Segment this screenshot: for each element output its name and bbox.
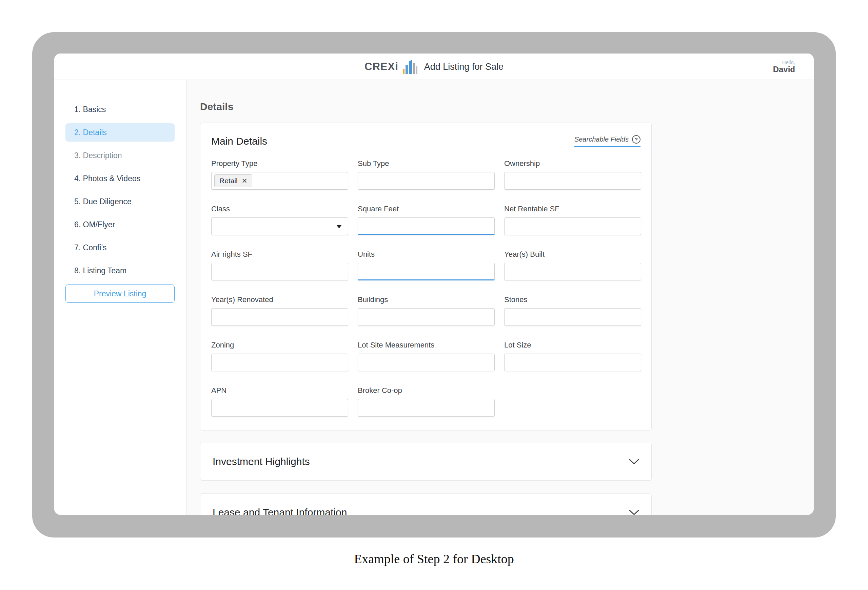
main-details-form: Property Type Retail ✕ Sub Type — [201, 150, 651, 430]
chevron-down-icon — [629, 459, 639, 465]
years-built-field: Year(s) Built — [504, 250, 641, 280]
sidebar-item-listing-team[interactable]: 8. Listing Team — [65, 262, 175, 280]
chevron-down-icon — [629, 510, 639, 515]
app-header: CREXi Add Listing for Sale Hello, David — [54, 53, 814, 80]
class-field: Class — [211, 205, 348, 235]
net-rentable-sf-field: Net Rentable SF — [504, 205, 641, 235]
sidebar-item-om-flyer[interactable]: 6. OM/Flyer — [65, 215, 175, 234]
years-built-label: Year(s) Built — [504, 250, 641, 259]
main-details-card: Main Details Searchable Fields ? Propert… — [200, 123, 652, 431]
ownership-input[interactable] — [504, 172, 641, 190]
units-label: Units — [358, 250, 495, 259]
property-type-field: Property Type Retail ✕ — [211, 159, 348, 190]
property-type-label: Property Type — [211, 159, 348, 168]
chip-label: Retail — [219, 177, 238, 185]
stories-input[interactable] — [504, 308, 641, 326]
searchable-fields-label: Searchable Fields — [574, 135, 629, 143]
main-details-title: Main Details — [211, 135, 267, 147]
zoning-input[interactable] — [211, 354, 348, 371]
stories-label: Stories — [504, 295, 641, 304]
sidebar-item-confis[interactable]: 7. Confi’s — [65, 238, 175, 257]
page-title: Details — [200, 101, 814, 112]
buildings-label: Buildings — [358, 295, 495, 304]
class-select[interactable] — [211, 218, 348, 235]
investment-highlights-section[interactable]: Investment Highlights — [200, 443, 652, 481]
lot-size-field: Lot Size — [504, 341, 641, 371]
buildings-field: Buildings — [358, 295, 495, 326]
net-rentable-sf-input[interactable] — [504, 218, 641, 235]
property-type-input[interactable]: Retail ✕ — [211, 172, 348, 190]
years-renovated-label: Year(s) Renovated — [211, 295, 348, 304]
broker-co-op-field: Broker Co-op — [358, 386, 495, 416]
class-label: Class — [211, 205, 348, 213]
main-details-card-header: Main Details Searchable Fields ? — [201, 123, 651, 150]
broker-co-op-label: Broker Co-op — [358, 386, 495, 395]
lot-site-measurements-label: Lot Site Measurements — [358, 341, 495, 350]
app-body: 1. Basics 2. Details 3. Description 4. P… — [54, 80, 814, 515]
square-feet-input[interactable] — [358, 218, 495, 235]
steps-sidebar: 1. Basics 2. Details 3. Description 4. P… — [54, 80, 186, 515]
square-feet-field: Square Feet — [358, 205, 495, 235]
property-type-chip: Retail ✕ — [214, 174, 252, 187]
stories-field: Stories — [504, 295, 641, 326]
sidebar-item-due-diligence[interactable]: 5. Due Diligence — [65, 193, 175, 211]
zoning-label: Zoning — [211, 341, 348, 350]
main-content: Details Main Details Searchable Fields ? — [186, 80, 814, 515]
preview-listing-button[interactable]: Preview Listing — [65, 284, 175, 303]
years-built-input[interactable] — [504, 263, 641, 280]
crexi-logo-text: CREXi — [365, 60, 399, 73]
app-window: CREXi Add Listing for Sale Hello, David — [54, 53, 814, 515]
sub-type-input[interactable] — [358, 172, 495, 190]
years-renovated-input[interactable] — [211, 308, 348, 326]
crexi-buildings-icon — [403, 58, 418, 74]
header-center: CREXi Add Listing for Sale — [54, 53, 814, 80]
apn-label: APN — [211, 386, 348, 395]
searchable-fields-link[interactable]: Searchable Fields ? — [574, 135, 641, 147]
help-icon[interactable]: ? — [632, 135, 641, 144]
sidebar-item-description[interactable]: 3. Description — [65, 146, 175, 165]
air-rights-sf-label: Air rights SF — [211, 250, 348, 259]
page-header-title: Add Listing for Sale — [424, 62, 503, 72]
lot-site-measurements-input[interactable] — [358, 354, 495, 371]
tablet-frame: CREXi Add Listing for Sale Hello, David — [32, 32, 836, 537]
units-field: Units — [358, 250, 495, 280]
buildings-input[interactable] — [358, 308, 495, 326]
user-greeting[interactable]: Hello, David — [773, 59, 795, 74]
greeting-hello: Hello, — [773, 59, 795, 65]
air-rights-sf-field: Air rights SF — [211, 250, 348, 280]
sidebar-item-photos-videos[interactable]: 4. Photos & Videos — [65, 169, 175, 188]
lot-size-input[interactable] — [504, 354, 641, 371]
zoning-field: Zoning — [211, 341, 348, 371]
sub-type-label: Sub Type — [358, 159, 495, 168]
apn-field: APN — [211, 386, 348, 416]
figure-caption: Example of Step 2 for Desktop — [0, 552, 868, 566]
greeting-username: David — [773, 65, 795, 74]
units-input[interactable] — [358, 263, 495, 280]
net-rentable-sf-label: Net Rentable SF — [504, 205, 641, 213]
square-feet-label: Square Feet — [358, 205, 495, 213]
sidebar-item-details[interactable]: 2. Details — [65, 123, 175, 141]
lot-size-label: Lot Size — [504, 341, 641, 350]
remove-chip-icon[interactable]: ✕ — [242, 178, 248, 184]
air-rights-sf-input[interactable] — [211, 263, 348, 280]
ownership-label: Ownership — [504, 159, 641, 168]
sub-type-field: Sub Type — [358, 159, 495, 190]
apn-input[interactable] — [211, 399, 348, 416]
lot-site-measurements-field: Lot Site Measurements — [358, 341, 495, 371]
lease-tenant-info-section[interactable]: Lease and Tenant Information — [200, 493, 652, 515]
page: CREXi Add Listing for Sale Hello, David — [0, 0, 868, 590]
lease-tenant-info-title: Lease and Tenant Information — [213, 507, 347, 515]
years-renovated-field: Year(s) Renovated — [211, 295, 348, 326]
broker-co-op-input[interactable] — [358, 399, 495, 416]
sidebar-item-basics[interactable]: 1. Basics — [65, 100, 175, 119]
investment-highlights-title: Investment Highlights — [213, 456, 310, 467]
ownership-field: Ownership — [504, 159, 641, 190]
